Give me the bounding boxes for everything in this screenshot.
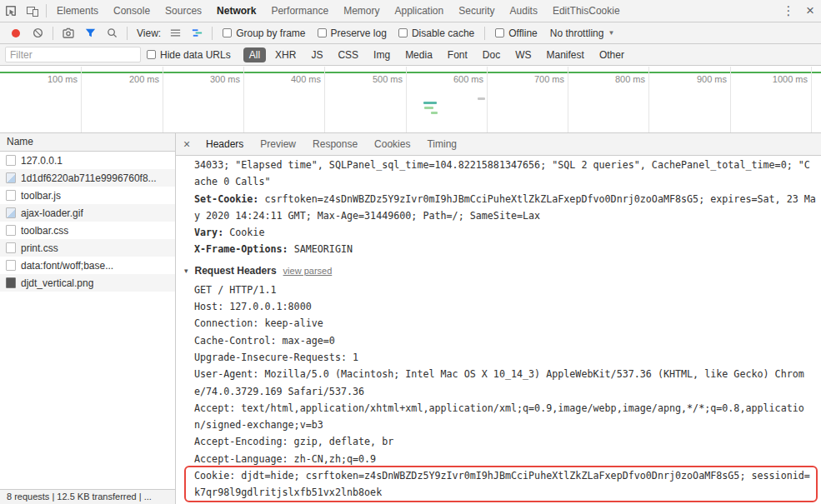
type-filter-all[interactable]: All <box>243 47 266 62</box>
request-row-127-0-0-1[interactable]: 127.0.0.1 <box>0 152 175 169</box>
tab-audits[interactable]: Audits <box>503 0 545 22</box>
search-icon <box>106 27 118 39</box>
list-rows-icon <box>169 27 182 39</box>
throttling-select[interactable]: No throttling ▼ <box>550 27 615 39</box>
type-filter-font[interactable]: Font <box>442 47 473 62</box>
device-toolbar-icon[interactable] <box>22 1 43 21</box>
preserve-log-checkbox[interactable]: Preserve log <box>318 27 387 39</box>
devtools-tabbar: ElementsConsoleSourcesNetworkPerformance… <box>0 0 821 22</box>
disclosure-triangle-icon[interactable]: ▾ <box>184 262 188 279</box>
type-filter-other[interactable]: Other <box>593 47 630 62</box>
timeline-label: 400 ms <box>263 74 321 84</box>
tab-performance[interactable]: Performance <box>263 0 336 22</box>
timeline-label: 300 ms <box>182 74 240 84</box>
tab-network[interactable]: Network <box>209 0 263 22</box>
request-headers-section-header[interactable]: ▾ Request Headers view parsed <box>184 262 819 279</box>
timeline-gridline <box>730 67 731 132</box>
timeline-label: 900 ms <box>668 74 727 84</box>
hide-data-urls-label: Hide data URLs <box>160 49 231 61</box>
tab-application[interactable]: Application <box>387 0 451 22</box>
request-row-1d1df6220ab711e9996760f8[interactable]: 1d1df6220ab711e9996760f8... <box>0 169 175 187</box>
offline-label: Offline <box>508 27 537 39</box>
view-label: View: <box>137 27 161 39</box>
waterfall-bar <box>478 97 485 100</box>
close-details-icon[interactable]: × <box>176 133 198 155</box>
inspect-element-icon[interactable] <box>0 1 22 21</box>
disable-cache-checkbox[interactable]: Disable cache <box>398 27 474 39</box>
request-header-line: Host: 127.0.0.1:8000 <box>194 298 819 315</box>
tab-sources[interactable]: Sources <box>158 0 209 22</box>
request-row-djdt-vertical-png[interactable]: djdt_vertical.png <box>0 274 175 292</box>
devtools-window: ElementsConsoleSourcesNetworkPerformance… <box>0 0 821 504</box>
request-header-line: Accept-Encoding: gzip, deflate, br <box>194 433 819 450</box>
camera-icon <box>62 27 75 40</box>
details-tab-headers[interactable]: Headers <box>198 133 252 155</box>
device-toolbar-glyph <box>26 4 39 17</box>
request-row-ajax-loader-gif[interactable]: ajax-loader.gif <box>0 204 175 222</box>
network-overview-timeline[interactable]: 100 ms200 ms300 ms400 ms500 ms600 ms700 … <box>0 67 821 133</box>
record-network-log-button[interactable] <box>5 23 27 43</box>
type-filter-js[interactable]: JS <box>305 47 328 62</box>
disable-cache-label: Disable cache <box>412 27 474 39</box>
response-header-line: Vary: Cookie <box>194 224 819 241</box>
details-tab-timing[interactable]: Timing <box>418 133 465 155</box>
document-file-icon <box>6 155 16 166</box>
details-tab-response[interactable]: Response <box>304 133 366 155</box>
type-filter-img[interactable]: Img <box>368 47 396 62</box>
type-filter-doc[interactable]: Doc <box>477 47 506 62</box>
request-list: 127.0.0.11d1df6220ab711e9996760f8...tool… <box>0 152 175 292</box>
request-name: 127.0.0.1 <box>21 155 63 167</box>
search-button[interactable] <box>101 23 123 43</box>
document-file-icon <box>6 260 16 271</box>
offline-checkbox[interactable]: Offline <box>495 27 537 39</box>
hide-data-urls-checkbox[interactable]: Hide data URLs <box>147 49 231 61</box>
details-tab-preview[interactable]: Preview <box>252 133 304 155</box>
tab-memory[interactable]: Memory <box>336 0 387 22</box>
kebab-menu-icon[interactable]: ⋮ <box>778 1 799 21</box>
timeline-label: 500 ms <box>344 74 403 84</box>
request-name: ajax-loader.gif <box>21 207 83 219</box>
requests-panel: Name 127.0.0.11d1df6220ab711e9996760f8..… <box>0 133 176 489</box>
type-filter-css[interactable]: CSS <box>332 47 364 62</box>
timeline-gridline <box>568 67 568 132</box>
type-filter-xhr[interactable]: XHR <box>269 47 302 62</box>
request-header-line: GET / HTTP/1.1 <box>194 282 819 298</box>
request-row-print-css[interactable]: print.css <box>0 239 175 257</box>
name-column-header[interactable]: Name <box>0 133 175 152</box>
clear-network-log-button[interactable] <box>27 23 48 43</box>
divider <box>127 27 128 40</box>
details-tab-cookies[interactable]: Cookies <box>366 133 418 155</box>
show-overview-toggle[interactable] <box>186 23 208 43</box>
response-header-line: 34033; "Elapsed time", SQLPanel_sql_time… <box>194 157 819 173</box>
inspect-element-glyph <box>4 4 18 17</box>
checkbox-icon <box>147 50 156 59</box>
type-filter-ws[interactable]: WS <box>509 47 537 62</box>
response-headers-section: 34033; "Elapsed time", SQLPanel_sql_time… <box>194 157 819 258</box>
request-header-line: Cache-Control: max-age=0 <box>194 332 819 349</box>
type-filter-media[interactable]: Media <box>399 47 438 62</box>
filter-button[interactable] <box>79 23 101 43</box>
filter-input[interactable] <box>5 47 141 62</box>
clear-icon <box>32 27 44 39</box>
divider <box>484 27 485 40</box>
request-row-toolbar-js[interactable]: toolbar.js <box>0 187 175 204</box>
request-header-line: n/signed-exchange;v=b3 <box>194 417 819 433</box>
view-parsed-link[interactable]: view parsed <box>283 262 333 279</box>
tab-editthiscookie[interactable]: EditThisCookie <box>545 0 628 22</box>
use-large-rows-toggle[interactable] <box>164 23 186 43</box>
tab-elements[interactable]: Elements <box>49 0 106 22</box>
request-row-data-font-woff-base[interactable]: data:font/woff;base... <box>0 257 175 274</box>
group-by-frame-checkbox[interactable]: Group by frame <box>223 27 305 39</box>
request-header-line: User-Agent: Mozilla/5.0 (Macintosh; Inte… <box>194 366 819 382</box>
timeline-gridline <box>243 67 244 132</box>
tab-security[interactable]: Security <box>451 0 502 22</box>
timeline-label: 1000 ms <box>749 74 808 84</box>
timeline-label: 100 ms <box>19 74 78 84</box>
request-row-toolbar-css[interactable]: toolbar.css <box>0 222 175 239</box>
capture-screenshots-button[interactable] <box>58 23 79 43</box>
close-devtools-icon[interactable]: × <box>799 1 821 21</box>
tab-console[interactable]: Console <box>106 0 158 22</box>
divider <box>212 27 213 40</box>
image-file-icon <box>6 207 16 218</box>
type-filter-manifest[interactable]: Manifest <box>541 47 590 62</box>
